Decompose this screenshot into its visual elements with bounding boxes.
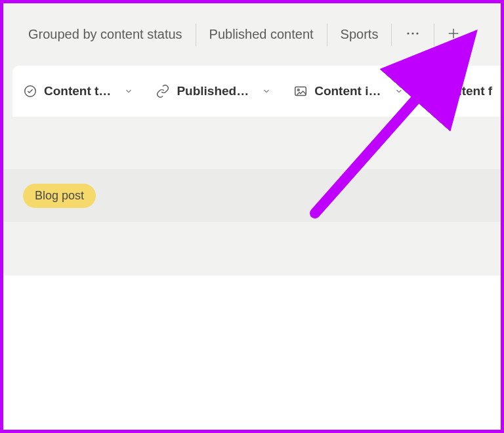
tab-label: Sports [341,27,379,41]
table-row[interactable] [3,117,501,169]
svg-point-2 [417,32,419,34]
column-label: Content t… [44,84,111,98]
content-type-tag[interactable]: Blog post [23,184,96,208]
table-row[interactable]: Blog post [3,169,501,222]
chevron-down-icon [394,87,404,96]
plus-icon [446,26,461,43]
column-label: Content i… [314,84,381,98]
add-tab-button[interactable] [434,21,472,49]
column-content-image[interactable]: Content i… [293,84,403,98]
tab-published-content[interactable]: Published content [196,22,327,47]
svg-point-1 [412,32,414,34]
tab-label: Published content [209,27,314,41]
chevron-down-icon [124,87,133,96]
more-tabs-button[interactable] [392,20,434,49]
file-icon [426,84,440,98]
view-tabs-bar: Grouped by content status Published cont… [3,3,501,66]
column-content-f[interactable]: ontent f [426,84,493,98]
svg-point-7 [298,89,300,91]
column-label: ontent f [447,84,493,98]
tag-label: Blog post [35,189,84,202]
tab-label: Grouped by content status [28,27,182,41]
more-icon [405,26,421,44]
table-body: Blog post [3,117,501,276]
svg-point-0 [408,32,410,34]
column-published[interactable]: Published… [156,84,271,98]
check-circle-icon [23,84,37,98]
table-row[interactable] [3,222,501,274]
image-icon [293,84,308,98]
column-label: Published… [177,84,249,98]
column-content-type[interactable]: Content t… [23,84,133,98]
tab-grouped-by-status[interactable]: Grouped by content status [15,22,196,47]
chevron-down-icon [262,87,271,96]
tab-sports[interactable]: Sports [327,22,392,47]
column-headers: Content t… Published… Content i… [12,66,501,117]
link-icon [156,84,170,98]
